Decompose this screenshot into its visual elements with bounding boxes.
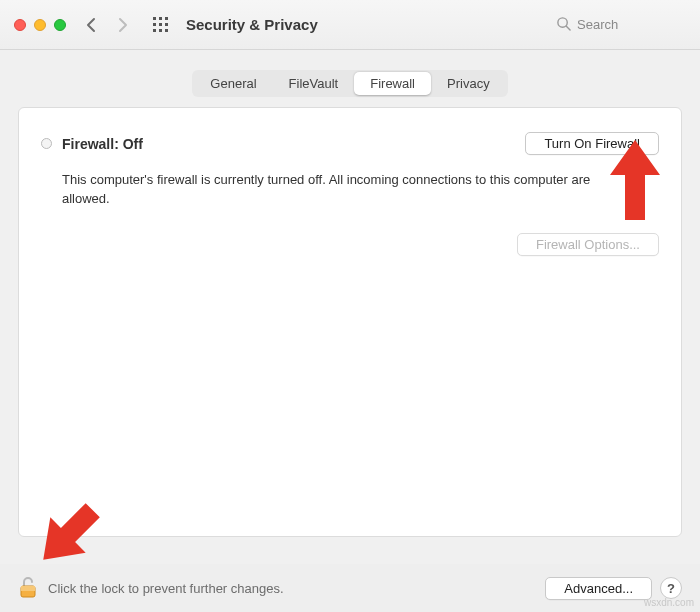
- firewall-status-title: Firewall: Off: [62, 136, 143, 152]
- tab-general[interactable]: General: [194, 72, 272, 95]
- forward-button[interactable]: [116, 17, 130, 33]
- nav-arrows: [84, 17, 130, 33]
- advanced-button[interactable]: Advanced...: [545, 577, 652, 600]
- search-placeholder: Search: [577, 17, 618, 32]
- window-controls: [14, 19, 66, 31]
- lock-hint-text: Click the lock to prevent further change…: [48, 581, 284, 596]
- search-field[interactable]: Search: [556, 16, 686, 34]
- tab-bar: General FileVault Firewall Privacy: [0, 50, 700, 107]
- footer-bar: Click the lock to prevent further change…: [0, 564, 700, 612]
- svg-rect-7: [159, 29, 162, 32]
- titlebar: Security & Privacy Search: [0, 0, 700, 50]
- help-button[interactable]: ?: [660, 577, 682, 599]
- back-button[interactable]: [84, 17, 98, 33]
- close-window-button[interactable]: [14, 19, 26, 31]
- svg-rect-8: [165, 29, 168, 32]
- lock-open-icon: [18, 575, 38, 602]
- lock-button[interactable]: [18, 575, 38, 602]
- svg-rect-12: [21, 586, 35, 591]
- show-all-preferences-button[interactable]: [152, 16, 170, 34]
- svg-line-10: [566, 26, 570, 30]
- tab-privacy[interactable]: Privacy: [431, 72, 506, 95]
- firewall-options-button[interactable]: Firewall Options...: [517, 233, 659, 256]
- firewall-description: This computer's firewall is currently tu…: [62, 171, 602, 209]
- zoom-window-button[interactable]: [54, 19, 66, 31]
- svg-rect-0: [153, 17, 156, 20]
- watermark: wsxdn.com: [644, 597, 694, 608]
- tab-firewall[interactable]: Firewall: [354, 72, 431, 95]
- svg-rect-6: [153, 29, 156, 32]
- svg-rect-5: [165, 23, 168, 26]
- svg-rect-2: [165, 17, 168, 20]
- svg-rect-4: [159, 23, 162, 26]
- window-title: Security & Privacy: [186, 16, 318, 33]
- minimize-window-button[interactable]: [34, 19, 46, 31]
- svg-rect-1: [159, 17, 162, 20]
- firewall-panel: Firewall: Off Turn On Firewall This comp…: [18, 107, 682, 537]
- tab-filevault[interactable]: FileVault: [273, 72, 355, 95]
- search-icon: [556, 16, 571, 34]
- turn-on-firewall-button[interactable]: Turn On Firewall: [525, 132, 659, 155]
- svg-rect-3: [153, 23, 156, 26]
- firewall-status-indicator: [41, 138, 52, 149]
